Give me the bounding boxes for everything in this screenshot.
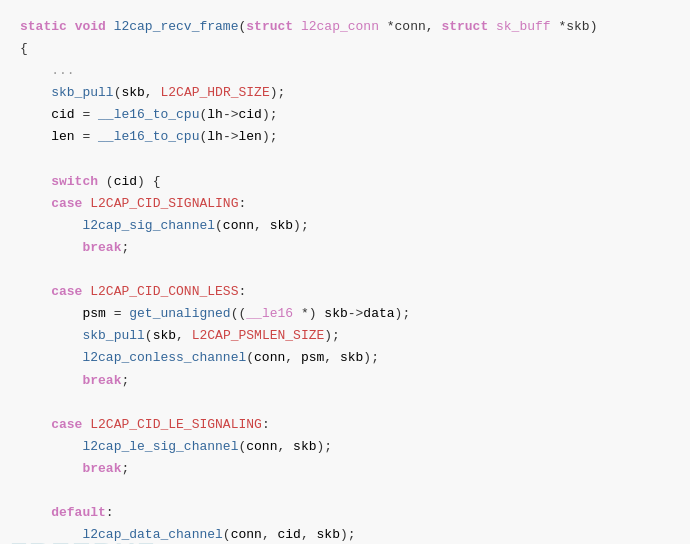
- code-line-1: static void l2cap_recv_frame(struct l2ca…: [20, 16, 670, 38]
- code-line-9: l2cap_sig_channel(conn, skb);: [20, 215, 670, 237]
- code-line-16: case L2CAP_CID_LE_SIGNALING:: [20, 414, 670, 436]
- code-line-blank1: [20, 149, 670, 171]
- code-line-6: len = __le16_to_cpu(lh->len);: [20, 126, 670, 148]
- code-line-20: l2cap_data_channel(conn, cid, skb);: [20, 524, 670, 544]
- code-line-18: break;: [20, 458, 670, 480]
- code-line-17: l2cap_le_sig_channel(conn, skb);: [20, 436, 670, 458]
- code-line-11: case L2CAP_CID_CONN_LESS:: [20, 281, 670, 303]
- code-line-10: break;: [20, 237, 670, 259]
- code-line-13: skb_pull(skb, L2CAP_PSMLEN_SIZE);: [20, 325, 670, 347]
- code-line-15: break;: [20, 370, 670, 392]
- code-block: static void l2cap_recv_frame(struct l2ca…: [0, 0, 690, 544]
- code-line-blank3: [20, 392, 670, 414]
- code-line-8: case L2CAP_CID_SIGNALING:: [20, 193, 670, 215]
- code-line-4: skb_pull(skb, L2CAP_HDR_SIZE);: [20, 82, 670, 104]
- code-line-blank2: [20, 259, 670, 281]
- code-line-2: {: [20, 38, 670, 60]
- code-line-3: ...: [20, 60, 670, 82]
- code-line-blank4: [20, 480, 670, 502]
- code-line-12: psm = get_unaligned((__le16 *) skb->data…: [20, 303, 670, 325]
- code-line-7: switch (cid) {: [20, 171, 670, 193]
- code-line-19: default:: [20, 502, 670, 524]
- code-line-5: cid = __le16_to_cpu(lh->cid);: [20, 104, 670, 126]
- code-line-14: l2cap_conless_channel(conn, psm, skb);: [20, 347, 670, 369]
